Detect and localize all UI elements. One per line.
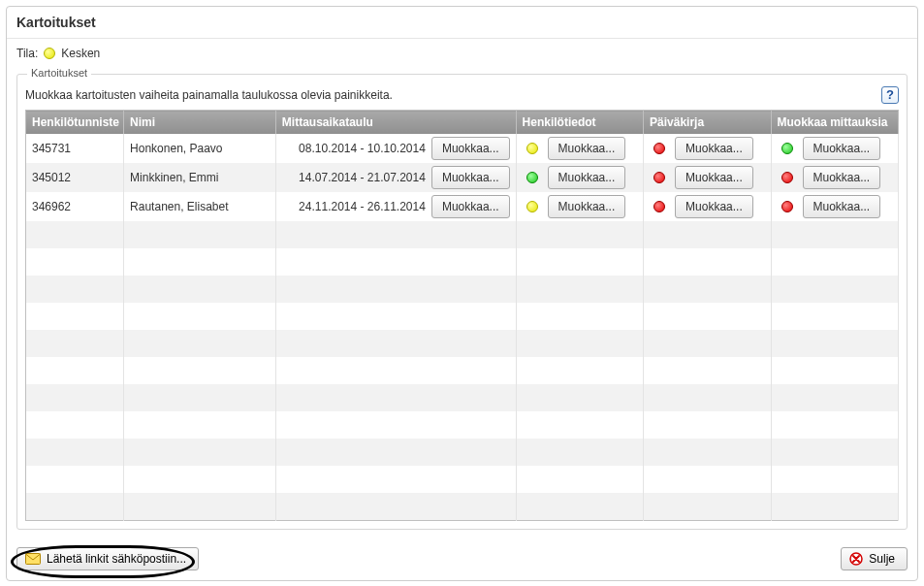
cell-empty [644,248,771,276]
cell-id: 346962 [26,192,124,221]
cell-empty [275,466,516,493]
table-row-empty [26,466,899,493]
edit-schedule-button[interactable]: Muokkaa... [431,137,510,160]
edit-info-button[interactable]: Muokkaa... [548,195,626,218]
edit-status-dot-icon [781,172,793,183]
edit-diary-button[interactable]: Muokkaa... [675,137,753,160]
col-header-info[interactable]: Henkilötiedot [516,111,643,135]
table-row-empty [26,303,899,330]
cell-diary: Muokkaa... [644,163,771,192]
cell-empty [124,466,276,493]
status-row: Tila: Kesken [7,39,917,64]
table-row[interactable]: 345012Minkkinen, Emmi14.07.2014 - 21.07.… [26,163,899,192]
cell-empty [644,466,771,493]
table-row[interactable]: 346962Rautanen, Elisabet24.11.2014 - 26.… [26,192,899,221]
cell-empty [26,221,124,248]
edit-schedule-button[interactable]: Muokkaa... [431,166,510,189]
edit-diary-button[interactable]: Muokkaa... [675,166,753,189]
diary-status-dot-icon [653,172,665,183]
cell-empty [516,248,643,276]
help-icon[interactable]: ? [881,86,899,104]
info-status-dot-icon [526,201,538,212]
col-header-diary[interactable]: Päiväkirja [644,111,771,135]
cell-empty [516,411,643,439]
instruction-text: Muokkaa kartoitusten vaiheita painamalla… [25,88,393,102]
cell-empty [26,466,124,493]
edit-measurements-button[interactable]: Muokkaa... [803,137,881,160]
cell-empty [124,248,276,276]
cell-empty [644,303,771,330]
cell-empty [124,357,276,384]
cell-empty [124,303,276,330]
cell-empty [275,357,516,384]
cell-empty [771,384,899,411]
cell-diary: Muokkaa... [644,192,771,221]
cell-schedule: 24.11.2014 - 26.11.2014Muokkaa... [275,192,516,221]
cell-empty [644,439,771,466]
cell-empty [644,357,771,384]
cell-edit: Muokkaa... [771,192,899,221]
cell-empty [516,493,643,520]
edit-status-dot-icon [781,201,793,212]
edit-measurements-button[interactable]: Muokkaa... [803,166,881,189]
cell-name: Rautanen, Elisabet [124,192,276,221]
cell-empty [26,248,124,276]
cell-empty [644,276,771,303]
main-panel: Kartoitukset Tila: Kesken Kartoitukset M… [6,6,918,581]
table-row-empty [26,357,899,384]
cell-edit: Muokkaa... [771,134,899,163]
cell-empty [275,330,516,357]
col-header-id[interactable]: Henkilötunniste [26,111,124,135]
col-header-schedule[interactable]: Mittausaikataulu [275,111,516,135]
edit-info-button[interactable]: Muokkaa... [548,137,626,160]
edit-info-button[interactable]: Muokkaa... [548,166,626,189]
table-row-empty [26,276,899,303]
info-status-dot-icon [526,172,538,183]
cell-name: Minkkinen, Emmi [124,163,276,192]
diary-status-dot-icon [653,143,665,154]
status-label: Tila: [16,47,38,60]
cell-schedule: 08.10.2014 - 10.10.2014Muokkaa... [275,134,516,163]
fieldset-legend: Kartoitukset [27,67,91,79]
table-header-row: Henkilötunniste Nimi Mittausaikataulu He… [26,111,899,135]
table-row-empty [26,411,899,439]
cell-name: Honkonen, Paavo [124,134,276,163]
close-label: Sulje [869,552,895,566]
edit-diary-button[interactable]: Muokkaa... [675,195,753,218]
close-icon [849,552,863,566]
cell-empty [26,276,124,303]
cell-empty [124,439,276,466]
send-links-button[interactable]: Lähetä linkit sähköpostiin... [16,547,199,570]
cell-diary: Muokkaa... [644,134,771,163]
cell-empty [771,330,899,357]
cell-empty [124,330,276,357]
cell-empty [771,493,899,520]
cell-empty [275,248,516,276]
cell-empty [275,493,516,520]
cell-empty [644,330,771,357]
table-row[interactable]: 345731Honkonen, Paavo08.10.2014 - 10.10.… [26,134,899,163]
status-dot-icon [44,48,55,59]
cell-empty [275,439,516,466]
cell-empty [644,221,771,248]
cell-empty [26,303,124,330]
table-row-empty [26,493,899,520]
button-bar: Lähetä linkit sähköpostiin... Sulje [7,539,917,580]
cell-empty [26,330,124,357]
cell-empty [771,303,899,330]
edit-measurements-button[interactable]: Muokkaa... [803,195,881,218]
cell-info: Muokkaa... [516,134,643,163]
table-row-empty [26,439,899,466]
col-header-edit[interactable]: Muokkaa mittauksia [771,111,899,135]
cell-empty [516,221,643,248]
cell-empty [124,276,276,303]
cell-schedule: 14.07.2014 - 21.07.2014Muokkaa... [275,163,516,192]
cell-empty [26,411,124,439]
col-header-name[interactable]: Nimi [124,111,276,135]
cell-empty [771,439,899,466]
mail-icon [25,553,41,565]
edit-schedule-button[interactable]: Muokkaa... [431,195,510,218]
table-row-empty [26,221,899,248]
send-links-label: Lähetä linkit sähköpostiin... [47,552,186,566]
close-button[interactable]: Sulje [841,547,908,570]
